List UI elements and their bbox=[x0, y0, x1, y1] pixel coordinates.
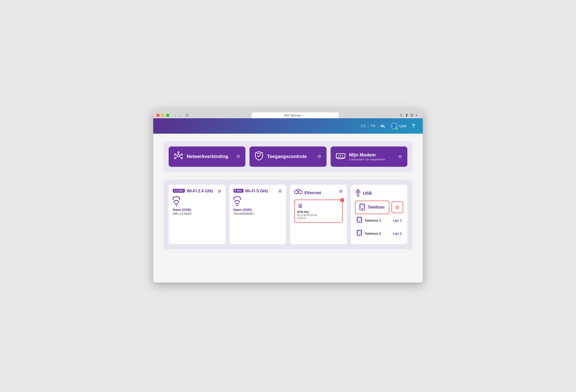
svg-point-1 bbox=[178, 152, 179, 153]
wifi24-title: Wi-Fi 2.4 GHz bbox=[187, 189, 213, 193]
telefoon-section: Telefoon ⚙ bbox=[355, 201, 404, 240]
toolbar-right: ⬆ ⧉ + bbox=[405, 113, 418, 118]
ethernet-device-info: NTB-504 f0:1f:af:5f:b3:6a 0.0.0.0 bbox=[297, 210, 340, 220]
wifi5-title-row: 5 GHz Wi-Fi 5 GHz bbox=[234, 189, 268, 193]
telefoon-gear-icon: ⚙ bbox=[395, 204, 400, 210]
telefoon-header: Telefoon ⚙ bbox=[355, 201, 404, 214]
user-section: 👤 User bbox=[390, 122, 407, 130]
wifi5-ssid-label: Naam (SSID) bbox=[234, 208, 282, 212]
toegangscontrole-texts: Toegangscontrole bbox=[267, 154, 307, 159]
wifi5-ssid-value: TNCAPAEBDEC bbox=[234, 212, 282, 215]
svg-point-35 bbox=[359, 191, 360, 193]
lang-nl-button[interactable]: NL bbox=[381, 124, 386, 128]
mijn-modem-sub: 0 Apparaten zijn aangesloten bbox=[349, 158, 386, 161]
lang-switcher: EN | FR | NL bbox=[361, 124, 385, 128]
ethernet-header: Ethernet ⚙ bbox=[294, 189, 343, 197]
mijn-modem-gear-icon: ⚙ bbox=[398, 154, 402, 159]
svg-point-18 bbox=[338, 155, 339, 156]
telefoon-sub-item-2: Telefoon 2 Lijn 2 bbox=[355, 227, 404, 240]
address-bar-wrap bbox=[192, 112, 398, 118]
sidebar-button[interactable]: ⊡ bbox=[184, 113, 190, 118]
lang-en-button[interactable]: EN bbox=[361, 124, 366, 128]
toegangscontrole-icon bbox=[255, 151, 263, 162]
svg-point-20 bbox=[342, 155, 343, 156]
svg-point-44 bbox=[359, 234, 360, 235]
address-bar[interactable] bbox=[252, 112, 339, 118]
svg-point-19 bbox=[340, 155, 341, 156]
new-tab-button[interactable]: ⧉ bbox=[410, 113, 413, 117]
wifi24-badge: 2.4 GHz bbox=[173, 189, 185, 193]
svg-line-7 bbox=[179, 155, 181, 155]
svg-rect-22 bbox=[299, 191, 302, 193]
wifi5-info: Naam (SSID) TNCAPAEBDEC bbox=[234, 208, 282, 215]
app-header: EN | FR | NL 👤 User ? bbox=[153, 118, 423, 134]
telefoon-sub-items: Telefoon 1 Lijn 1 Telefoo bbox=[355, 214, 404, 240]
telefoon-phone-icon bbox=[359, 204, 365, 211]
card-toegangscontrole[interactable]: Toegangscontrole ⚙ bbox=[249, 146, 326, 167]
card-mijn-modem[interactable]: Mijn Modem 0 Apparaten zijn aangesloten … bbox=[331, 146, 407, 167]
svg-rect-40 bbox=[358, 218, 361, 221]
telefoon2-phone-icon bbox=[357, 230, 362, 238]
ethernet-gear-icon[interactable]: ⚙ bbox=[339, 189, 343, 194]
wifi5-card[interactable]: 5 GHz Wi-Fi 5 GHz ⚙ Naam (SSID) TNCAP bbox=[229, 185, 286, 244]
telefoon-main-button[interactable]: Telefoon bbox=[355, 201, 390, 214]
ethernet-device-close-icon[interactable]: ✕ bbox=[340, 198, 344, 202]
telefoon-gear-button[interactable]: ⚙ bbox=[391, 201, 403, 213]
telefoon1-phone-icon bbox=[357, 217, 362, 224]
forward-button[interactable]: › bbox=[179, 113, 182, 118]
ethernet-device-computer-icon: 🖥 bbox=[297, 203, 303, 209]
usb-icon bbox=[355, 189, 361, 198]
user-icon-wrap: 👤 bbox=[390, 122, 398, 130]
lang-separator-1: | bbox=[368, 124, 369, 128]
svg-rect-33 bbox=[356, 191, 357, 193]
svg-line-9 bbox=[176, 156, 178, 158]
wifi24-card[interactable]: 2.4 GHz Wi-Fi 2.4 GHz ⚙ Naam (SSID) W bbox=[169, 185, 225, 244]
telefoon2-label: Telefoon 2 bbox=[365, 232, 391, 236]
ethernet-device-name: NTB-504 bbox=[297, 210, 340, 213]
wifi5-gear-icon[interactable]: ⚙ bbox=[278, 189, 282, 194]
svg-line-8 bbox=[179, 156, 181, 158]
svg-rect-21 bbox=[294, 191, 298, 193]
lang-fr-button[interactable]: FR bbox=[371, 124, 376, 128]
add-tab-button[interactable]: + bbox=[415, 113, 418, 117]
netwerkverbinding-texts: Netwerkverbinding bbox=[187, 154, 228, 159]
mijn-modem-label: Mijn Modem bbox=[349, 152, 386, 158]
telefoon-button-label: Telefoon bbox=[368, 205, 385, 210]
reload-button[interactable]: ↻ bbox=[400, 113, 403, 117]
maximize-button[interactable] bbox=[166, 114, 169, 117]
ethernet-device: ✕ 🖥 NTB-504 f0:1f:af:5f:b3:6a 0.0.0.0 bbox=[294, 200, 343, 223]
usb-telefoon-card: USB bbox=[351, 185, 408, 244]
help-button[interactable]: ? bbox=[412, 123, 415, 129]
ethernet-icon bbox=[294, 189, 302, 197]
ethernet-title: Ethernet bbox=[304, 191, 321, 195]
svg-point-38 bbox=[362, 209, 363, 210]
browser-chrome: ‹ › ⊡ ↻ ⬆ ⧉ + bbox=[153, 110, 423, 118]
svg-rect-43 bbox=[358, 231, 361, 234]
netwerkverbinding-label: Netwerkverbinding bbox=[187, 154, 228, 159]
svg-line-10 bbox=[176, 155, 178, 155]
app-content: Netwerkverbinding ⚙ Toegangscontrole ⚙ bbox=[153, 134, 423, 282]
mijn-modem-icon bbox=[336, 152, 345, 161]
toegangscontrole-label: Toegangscontrole bbox=[267, 154, 307, 159]
telefoon1-label: Telefoon 1 bbox=[365, 219, 391, 222]
usb-title-row: USB bbox=[355, 189, 372, 198]
traffic-lights bbox=[156, 114, 169, 117]
ethernet-card: Ethernet ⚙ ✕ 🖥 NTB-504 f0:1f:af:5f:b3:6a… bbox=[290, 185, 347, 244]
svg-point-41 bbox=[359, 221, 360, 222]
ethernet-device-ip: 0.0.0.0 bbox=[297, 217, 340, 220]
card-netwerkverbinding[interactable]: Netwerkverbinding ⚙ bbox=[169, 146, 245, 167]
minimize-button[interactable] bbox=[161, 114, 165, 117]
wifi24-ssid-label: Naam (SSID) bbox=[173, 208, 221, 212]
wifi5-header: 5 GHz Wi-Fi 5 GHz ⚙ bbox=[234, 189, 282, 194]
svg-point-2 bbox=[181, 154, 183, 155]
telefoon1-line: Lijn 1 bbox=[393, 219, 402, 222]
share-button[interactable]: ⬆ bbox=[405, 113, 408, 118]
telefoon2-line: Lijn 2 bbox=[393, 232, 402, 236]
wifi24-gear-icon[interactable]: ⚙ bbox=[218, 189, 221, 194]
wifi24-info: Naam (SSID) WiFi-2.4-BDE3 bbox=[173, 208, 221, 215]
back-button[interactable]: ‹ bbox=[174, 113, 177, 118]
netwerkverbinding-gear-icon: ⚙ bbox=[236, 154, 240, 159]
close-button[interactable] bbox=[156, 114, 160, 117]
wifi5-badge: 5 GHz bbox=[234, 189, 243, 193]
mijn-modem-texts: Mijn Modem 0 Apparaten zijn aangesloten bbox=[349, 152, 386, 161]
